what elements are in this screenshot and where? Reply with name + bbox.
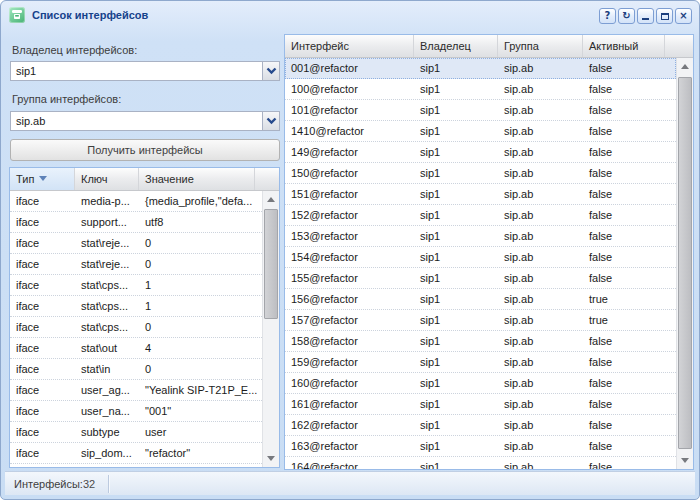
table-cell[interactable]: "001" bbox=[139, 401, 262, 421]
table-cell[interactable]: stat\out bbox=[75, 338, 139, 358]
table-row[interactable]: 164@refactorsip1sip.abfalse bbox=[285, 457, 676, 469]
table-row[interactable]: ifacestat\reje...0 bbox=[10, 233, 262, 254]
table-cell[interactable]: sip.ab bbox=[498, 436, 583, 456]
table-cell[interactable]: false bbox=[583, 79, 676, 99]
table-cell[interactable]: sip1 bbox=[414, 121, 498, 141]
table-cell[interactable]: 152@refactor bbox=[285, 205, 414, 225]
table-cell[interactable]: sip1 bbox=[414, 331, 498, 351]
table-cell[interactable]: sip1 bbox=[414, 394, 498, 414]
table-row[interactable]: 162@refactorsip1sip.abfalse bbox=[285, 415, 676, 436]
table-cell[interactable]: sip1 bbox=[414, 352, 498, 372]
table-cell[interactable]: iface bbox=[10, 254, 75, 274]
help-button[interactable]: ? bbox=[599, 8, 616, 24]
table-cell[interactable]: sip1 bbox=[414, 79, 498, 99]
table-cell[interactable]: 159@refactor bbox=[285, 352, 414, 372]
table-cell[interactable]: false bbox=[583, 58, 676, 78]
minimize-button[interactable] bbox=[637, 8, 654, 24]
table-row[interactable]: 151@refactorsip1sip.abfalse bbox=[285, 184, 676, 205]
table-cell[interactable]: sip.ab bbox=[498, 289, 583, 309]
left-grid-scrollbar[interactable] bbox=[262, 191, 279, 467]
table-cell[interactable]: false bbox=[583, 205, 676, 225]
table-cell[interactable]: 164@refactor bbox=[285, 457, 414, 469]
right-grid-scrollbar[interactable] bbox=[676, 58, 693, 469]
table-row[interactable]: 1410@refactorsip1sip.abfalse bbox=[285, 121, 676, 142]
table-cell[interactable]: 153@refactor bbox=[285, 226, 414, 246]
column-header-interface[interactable]: Интерфейс bbox=[285, 35, 414, 57]
table-cell[interactable]: false bbox=[583, 226, 676, 246]
column-header-group[interactable]: Группа bbox=[498, 35, 583, 57]
table-cell[interactable]: sip.ab bbox=[498, 79, 583, 99]
table-cell[interactable]: iface bbox=[10, 212, 75, 232]
table-cell[interactable]: iface bbox=[10, 380, 75, 400]
column-header-value[interactable]: Значение bbox=[139, 168, 255, 190]
table-cell[interactable]: iface bbox=[10, 422, 75, 442]
table-cell[interactable]: 0 bbox=[139, 359, 262, 379]
table-row[interactable]: 160@refactorsip1sip.abfalse bbox=[285, 373, 676, 394]
table-row[interactable]: 001@refactorsip1sip.abfalse bbox=[285, 58, 676, 79]
table-cell[interactable]: 149@refactor bbox=[285, 142, 414, 162]
table-cell[interactable]: 150@refactor bbox=[285, 163, 414, 183]
table-row[interactable]: 158@refactorsip1sip.abfalse bbox=[285, 331, 676, 352]
table-row[interactable]: ifacestat\cps...1 bbox=[10, 296, 262, 317]
table-cell[interactable]: 154@refactor bbox=[285, 247, 414, 267]
column-header-type[interactable]: Тип bbox=[10, 168, 75, 190]
table-cell[interactable]: false bbox=[583, 331, 676, 351]
table-row[interactable]: 150@refactorsip1sip.abfalse bbox=[285, 163, 676, 184]
table-cell[interactable]: 100@refactor bbox=[285, 79, 414, 99]
table-cell[interactable]: user_na... bbox=[75, 401, 139, 421]
table-cell[interactable]: 1410@refactor bbox=[285, 121, 414, 141]
table-cell[interactable]: sip.ab bbox=[498, 100, 583, 120]
table-cell[interactable]: false bbox=[583, 436, 676, 456]
table-cell[interactable]: 161@refactor bbox=[285, 394, 414, 414]
table-row[interactable]: 152@refactorsip1sip.abfalse bbox=[285, 205, 676, 226]
table-row[interactable]: 154@refactorsip1sip.abfalse bbox=[285, 247, 676, 268]
group-combobox-trigger[interactable] bbox=[262, 112, 279, 130]
table-cell[interactable]: sip1 bbox=[414, 415, 498, 435]
table-cell[interactable]: sip1 bbox=[414, 289, 498, 309]
table-cell[interactable]: 0 bbox=[139, 233, 262, 253]
table-cell[interactable]: sip.ab bbox=[498, 163, 583, 183]
column-header-key[interactable]: Ключ bbox=[75, 168, 139, 190]
table-cell[interactable]: sip1 bbox=[414, 310, 498, 330]
table-cell[interactable]: iface bbox=[10, 317, 75, 337]
table-cell[interactable]: iface bbox=[10, 443, 75, 463]
owner-combobox-trigger[interactable] bbox=[262, 62, 279, 80]
table-cell[interactable]: 163@refactor bbox=[285, 436, 414, 456]
close-button[interactable]: × bbox=[675, 8, 692, 24]
table-cell[interactable]: support... bbox=[75, 212, 139, 232]
table-row[interactable]: 159@refactorsip1sip.abfalse bbox=[285, 352, 676, 373]
scrollbar-thumb[interactable] bbox=[678, 77, 692, 449]
table-row[interactable]: 161@refactorsip1sip.abfalse bbox=[285, 394, 676, 415]
table-cell[interactable]: iface bbox=[10, 191, 75, 211]
table-cell[interactable]: stat\in bbox=[75, 359, 139, 379]
table-cell[interactable]: sip.ab bbox=[498, 331, 583, 351]
title-bar[interactable]: Список интерфейсов ? ↻ × bbox=[1, 1, 699, 30]
table-cell[interactable]: false bbox=[583, 457, 676, 469]
table-cell[interactable]: sip1 bbox=[414, 268, 498, 288]
owner-combobox[interactable]: sip1 bbox=[10, 61, 280, 81]
column-header-active[interactable]: Активный bbox=[583, 35, 665, 57]
table-cell[interactable]: stat\reje... bbox=[75, 254, 139, 274]
table-cell[interactable]: sip.ab bbox=[498, 457, 583, 469]
table-cell[interactable]: false bbox=[583, 184, 676, 204]
table-cell[interactable]: user bbox=[139, 422, 262, 442]
table-cell[interactable]: sip.ab bbox=[498, 184, 583, 204]
table-cell[interactable]: utf8 bbox=[139, 212, 262, 232]
table-cell[interactable]: {media_profile,"defa... bbox=[139, 191, 262, 211]
table-cell[interactable]: sip.ab bbox=[498, 394, 583, 414]
table-cell[interactable]: sip.ab bbox=[498, 268, 583, 288]
table-cell[interactable]: sip.ab bbox=[498, 205, 583, 225]
table-row[interactable]: 149@refactorsip1sip.abfalse bbox=[285, 142, 676, 163]
table-row[interactable]: ifacesubtypeuser bbox=[10, 422, 262, 443]
table-cell[interactable]: iface bbox=[10, 359, 75, 379]
table-cell[interactable]: sip.ab bbox=[498, 121, 583, 141]
table-cell[interactable]: false bbox=[583, 394, 676, 414]
table-cell[interactable]: sip1 bbox=[414, 247, 498, 267]
table-cell[interactable]: true bbox=[583, 310, 676, 330]
scroll-down-icon[interactable] bbox=[267, 456, 275, 461]
table-cell[interactable]: false bbox=[583, 373, 676, 393]
table-row[interactable]: ifacestat\out4 bbox=[10, 338, 262, 359]
table-cell[interactable]: sip.ab bbox=[498, 415, 583, 435]
table-cell[interactable]: sip1 bbox=[414, 226, 498, 246]
scroll-up-icon[interactable] bbox=[681, 64, 689, 69]
